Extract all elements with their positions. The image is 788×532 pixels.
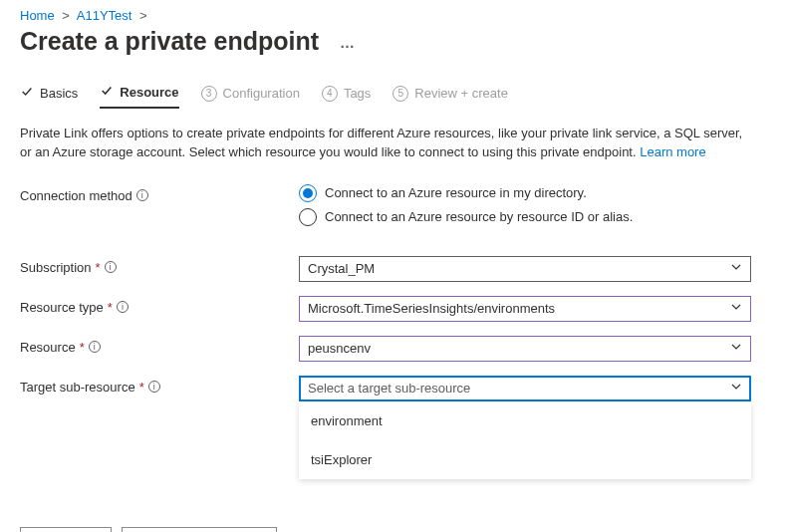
next-button[interactable]: Next : Configuration > xyxy=(122,527,277,532)
breadcrumb-link-home[interactable]: Home xyxy=(20,8,55,23)
tab-configuration[interactable]: 3 Configuration xyxy=(201,86,300,108)
check-icon xyxy=(20,85,34,102)
tab-label: Review + create xyxy=(414,86,508,101)
breadcrumb-separator: > xyxy=(139,8,147,23)
radio-icon xyxy=(299,208,317,226)
tabs: Basics Resource 3 Configuration 4 Tags 5… xyxy=(20,84,768,109)
required-indicator: * xyxy=(139,380,144,395)
tab-resource[interactable]: Resource xyxy=(100,84,178,109)
step-number-icon: 4 xyxy=(322,86,338,102)
label-connection-method: Connection method i xyxy=(20,184,299,203)
dropdown-value: Crystal_PM xyxy=(308,261,375,276)
previous-button[interactable]: < Previous xyxy=(20,527,112,532)
connection-method-radios: Connect to an Azure resource in my direc… xyxy=(299,184,751,232)
info-icon[interactable]: i xyxy=(117,301,129,313)
label-resource-type: Resource type * i xyxy=(20,296,299,315)
required-indicator: * xyxy=(80,340,85,355)
resource-type-dropdown[interactable]: Microsoft.TimeSeriesInsights/environment… xyxy=(299,296,751,322)
dropdown-value: Microsoft.TimeSeriesInsights/environment… xyxy=(308,301,555,316)
option-environment[interactable]: environment xyxy=(299,401,751,440)
chevron-down-icon xyxy=(730,301,742,316)
check-icon xyxy=(100,84,114,101)
radio-connect-directory[interactable]: Connect to an Azure resource in my direc… xyxy=(299,184,751,202)
learn-more-link[interactable]: Learn more xyxy=(640,144,705,159)
info-icon[interactable]: i xyxy=(148,381,160,393)
required-indicator: * xyxy=(96,260,101,275)
more-actions-button[interactable]: … xyxy=(336,32,359,53)
breadcrumb-link-a11ytest[interactable]: A11YTest xyxy=(77,8,132,23)
required-indicator: * xyxy=(108,300,113,315)
tab-label: Configuration xyxy=(223,86,300,101)
tab-label: Basics xyxy=(40,86,78,101)
tab-tags[interactable]: 4 Tags xyxy=(322,86,371,108)
description-text: Private Link offers options to create pr… xyxy=(20,125,757,162)
dropdown-value: peusncenv xyxy=(308,341,371,356)
step-number-icon: 5 xyxy=(393,86,408,102)
info-icon[interactable]: i xyxy=(105,261,117,273)
tab-label: Resource xyxy=(120,85,178,100)
resource-dropdown[interactable]: peusncenv xyxy=(299,336,751,362)
info-icon[interactable]: i xyxy=(89,341,101,353)
label-resource: Resource * i xyxy=(20,336,299,355)
page-title: Create a private endpoint … xyxy=(20,27,768,56)
tab-review-create[interactable]: 5 Review + create xyxy=(393,86,508,108)
option-tsiexplorer[interactable]: tsiExplorer xyxy=(299,440,751,479)
dropdown-placeholder: Select a target sub-resource xyxy=(308,381,470,396)
label-target-sub-resource: Target sub-resource * i xyxy=(20,376,299,395)
breadcrumb: Home > A11YTest > xyxy=(20,8,768,23)
radio-icon xyxy=(299,184,317,202)
subscription-dropdown[interactable]: Crystal_PM xyxy=(299,256,751,282)
radio-label: Connect to an Azure resource by resource… xyxy=(325,209,633,224)
info-icon[interactable]: i xyxy=(136,189,148,201)
radio-label: Connect to an Azure resource in my direc… xyxy=(325,185,587,200)
breadcrumb-separator: > xyxy=(62,8,70,23)
tab-label: Tags xyxy=(344,86,371,101)
tab-basics[interactable]: Basics xyxy=(20,85,78,108)
label-subscription: Subscription * i xyxy=(20,256,299,275)
radio-connect-resource-id[interactable]: Connect to an Azure resource by resource… xyxy=(299,208,751,226)
target-sub-resource-options: environment tsiExplorer xyxy=(299,401,751,479)
target-sub-resource-dropdown[interactable]: Select a target sub-resource xyxy=(299,376,751,401)
step-number-icon: 3 xyxy=(201,86,217,102)
footer-buttons: < Previous Next : Configuration > xyxy=(20,527,768,532)
chevron-down-icon xyxy=(730,381,742,396)
chevron-down-icon xyxy=(730,341,742,356)
chevron-down-icon xyxy=(730,261,742,276)
